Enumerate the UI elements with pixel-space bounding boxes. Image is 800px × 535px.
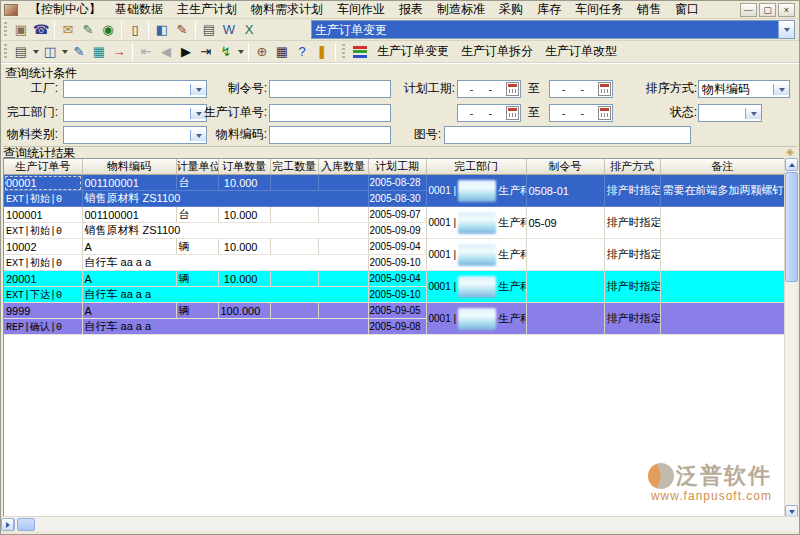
menu-purchase[interactable]: 采购 <box>492 0 530 19</box>
cell-material-name[interactable]: 自行车 aa a a <box>82 287 368 303</box>
cell-cmd-no[interactable] <box>526 271 604 303</box>
cell-plan-end[interactable]: 2005-09-10 <box>368 255 426 271</box>
cell-remark[interactable] <box>660 271 785 303</box>
cell-finish-qty[interactable] <box>270 303 318 319</box>
col-remark[interactable]: 备注 <box>660 159 785 175</box>
cell-order-no[interactable]: 00001 <box>4 175 82 191</box>
cell-stock-qty[interactable] <box>318 207 368 223</box>
first-record-icon[interactable]: ⇤ <box>136 43 156 61</box>
cell-material-name[interactable]: 销售原材料 ZS1100 <box>82 223 368 239</box>
tools-icon[interactable]: ⊕ <box>252 43 272 61</box>
menu-reports[interactable]: 报表 <box>392 0 430 19</box>
cell-order-no[interactable]: 9999 <box>4 303 82 319</box>
next-record-icon[interactable]: ▶ <box>176 43 196 61</box>
calendar-icon[interactable] <box>506 106 519 120</box>
menu-control-center[interactable]: 【控制中心】 <box>22 0 108 19</box>
cell-order-no[interactable]: 10002 <box>4 239 82 255</box>
vertical-scrollbar[interactable] <box>784 158 797 518</box>
cell-plan-start[interactable]: 2005-09-05 <box>368 303 426 319</box>
restore-button[interactable]: ▢ <box>759 3 776 17</box>
table-row[interactable]: 100001 001100001 台 10.000 2005-09-07 000… <box>4 207 785 223</box>
cell-remark[interactable] <box>660 303 785 335</box>
image-icon[interactable]: ▦ <box>89 43 109 61</box>
cell-cmd-no[interactable] <box>526 239 604 271</box>
cell-remark[interactable]: 需要在前端多加两颗螺钉 <box>660 175 785 207</box>
pen-icon[interactable]: ✎ <box>172 21 192 39</box>
last-record-icon[interactable]: ⇥ <box>196 43 216 61</box>
col-finish-qty[interactable]: 完工数量 <box>270 159 318 175</box>
cell-cmd-no[interactable] <box>526 303 604 335</box>
plan-start-from-input[interactable]: - - <box>457 80 521 98</box>
cell-stock-qty[interactable] <box>318 175 368 191</box>
cell-unit[interactable]: 辆 <box>176 303 218 319</box>
cell-plan-start[interactable]: 2005-09-04 <box>368 271 426 287</box>
cell-stock-qty[interactable] <box>318 239 368 255</box>
cell-plan-start[interactable]: 2005-08-28 <box>368 175 426 191</box>
calendar-icon[interactable] <box>598 82 611 96</box>
cell-material-code[interactable]: A <box>82 271 176 287</box>
calculator-icon[interactable]: ▦ <box>272 43 292 61</box>
cell-schedule[interactable]: 排产时指定 <box>604 303 660 335</box>
headset-icon[interactable]: ☎ <box>31 21 51 39</box>
plan-end-to-input[interactable]: - - <box>549 104 613 122</box>
order-change-button[interactable]: 生产订单变更 <box>371 42 455 61</box>
word-icon[interactable]: W <box>219 21 239 39</box>
mat-code-input[interactable] <box>269 126 391 144</box>
factory-combo[interactable] <box>63 80 207 98</box>
cell-plan-end[interactable]: 2005-09-10 <box>368 287 426 303</box>
col-schedule[interactable]: 排产方式 <box>604 159 660 175</box>
cell-order-qty[interactable]: 10.000 <box>218 175 270 191</box>
dropdown-caret[interactable] <box>236 43 245 61</box>
cell-finish-qty[interactable] <box>270 271 318 287</box>
cell-plan-start[interactable]: 2005-09-04 <box>368 239 426 255</box>
cell-stock-qty[interactable] <box>318 303 368 319</box>
monitor-icon[interactable]: ◧ <box>152 21 172 39</box>
cell-order-no[interactable]: 100001 <box>4 207 82 223</box>
cell-material-name[interactable]: 自行车 aa a a <box>82 255 368 271</box>
col-material-code[interactable]: 物料编码 <box>82 159 176 175</box>
cell-material-code[interactable]: 001100001 <box>82 175 176 191</box>
table-row[interactable]: 9999 A 辆 100.000 2005-09-05 0001 |生产科 排产… <box>4 303 785 319</box>
col-order-qty[interactable]: 订单数量 <box>218 159 270 175</box>
plan-start-to-input[interactable]: - - <box>549 80 613 98</box>
cell-cmd-no[interactable]: 05-09 <box>526 207 604 239</box>
order-retype-button[interactable]: 生产订单改型 <box>539 42 623 61</box>
cell-unit[interactable]: 辆 <box>176 239 218 255</box>
cell-material-name[interactable]: 销售原材料 ZS1100 <box>82 191 368 207</box>
cell-cmd-no[interactable]: 0508-01 <box>526 175 604 207</box>
cell-dept[interactable]: 0001 |生产科 <box>426 271 526 303</box>
cell-dept[interactable]: 0001 |生产科 <box>426 239 526 271</box>
col-unit[interactable]: 计量单位 <box>176 159 218 175</box>
cell-unit[interactable]: 台 <box>176 175 218 191</box>
cell-finish-qty[interactable] <box>270 239 318 255</box>
export-icon[interactable]: → <box>109 43 129 61</box>
toolbar-grip[interactable] <box>4 44 7 60</box>
exit-icon[interactable]: ❚ <box>312 43 332 61</box>
cmd-no-input[interactable] <box>269 80 391 98</box>
cell-order-qty[interactable]: 10.000 <box>218 239 270 255</box>
cell-plan-start[interactable]: 2005-09-07 <box>368 207 426 223</box>
camera-icon[interactable]: ▣ <box>11 21 31 39</box>
print-doc-icon[interactable]: ▤ <box>199 21 219 39</box>
horizontal-scroll-thumb[interactable] <box>17 518 35 531</box>
toolbar-grip[interactable] <box>342 44 345 60</box>
cell-finish-qty[interactable] <box>270 207 318 223</box>
run-icon[interactable]: ↯ <box>216 43 236 61</box>
chevron-down-icon[interactable] <box>745 108 761 119</box>
help-icon[interactable]: ? <box>292 43 312 61</box>
menu-base-data[interactable]: 基础数据 <box>108 0 170 19</box>
cell-unit[interactable]: 台 <box>176 207 218 223</box>
cell-status[interactable]: EXT|初始|0 <box>4 191 82 207</box>
calendar-icon[interactable] <box>506 82 519 96</box>
dropdown-caret[interactable] <box>60 43 69 61</box>
chevron-down-icon[interactable] <box>190 84 206 95</box>
cell-status[interactable]: EXT|初始|0 <box>4 223 82 239</box>
cell-plan-end[interactable]: 2005-09-09 <box>368 223 426 239</box>
table-row[interactable]: 20001 A 辆 10.000 2005-09-04 0001 |生产科 排产… <box>4 271 785 287</box>
cell-unit[interactable]: 辆 <box>176 271 218 287</box>
cell-order-no[interactable]: 20001 <box>4 271 82 287</box>
calendar-icon[interactable] <box>598 106 611 120</box>
menu-sales[interactable]: 销售 <box>630 0 668 19</box>
col-stock-qty[interactable]: 入库数量 <box>318 159 368 175</box>
cell-order-qty[interactable]: 10.000 <box>218 207 270 223</box>
